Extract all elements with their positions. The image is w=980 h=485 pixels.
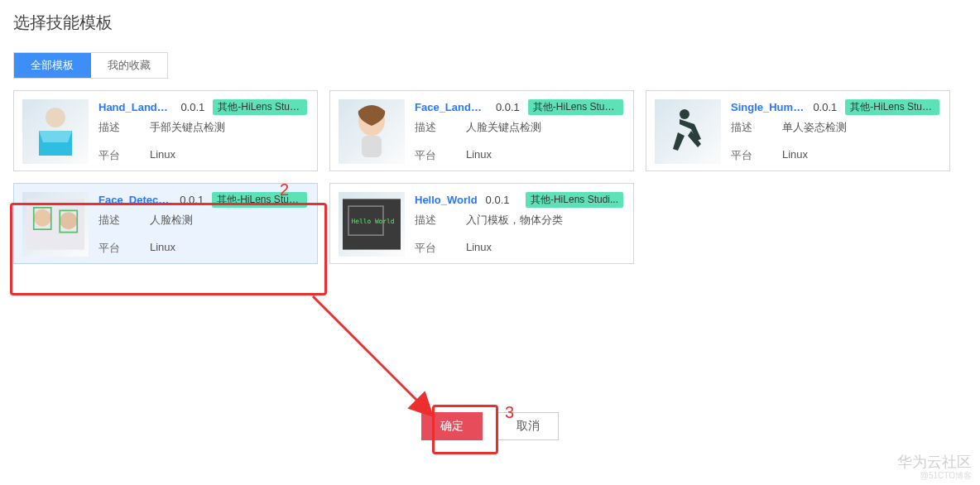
thumbnail [22,192,89,257]
template-name[interactable]: Hand_Landm... [98,101,172,113]
template-card[interactable]: Hand_Landm... 0.0.1 其他-HiLens Studi... 描… [13,90,318,171]
template-name[interactable]: Single_Huma... [731,101,805,113]
platform-label: 平台 [415,241,443,256]
platform-value: Linux [150,241,175,256]
platform-value: Linux [150,148,175,163]
page-title: 选择技能模板 [13,12,967,34]
template-version: 0.0.1 [486,194,510,206]
desc-label: 描述 [98,213,127,228]
template-version: 0.0.1 [496,101,520,113]
watermark: 华为云社区 @51CTO博客 [897,454,972,480]
template-name[interactable]: Face_Landm... [415,101,488,113]
platform-label: 平台 [98,241,127,256]
svg-point-7 [60,212,77,229]
desc-value: 人脸关键点检测 [466,120,541,135]
card-info: Hand_Landm... 0.0.1 其他-HiLens Studi... 描… [98,99,307,163]
svg-point-3 [680,109,689,119]
annotation-arrow-icon [308,291,457,432]
platform-value: Linux [782,148,808,163]
watermark-sub: @51CTO博客 [897,471,972,480]
desc-label: 描述 [98,120,127,135]
template-tag: 其他-HiLens Studi... [526,192,623,208]
tabs: 全部模板 我的收藏 [13,52,168,79]
desc-label: 描述 [731,120,759,135]
thumbnail [339,99,405,164]
svg-text:Hello World: Hello World [352,218,395,225]
platform-label: 平台 [731,148,759,163]
template-tag: 其他-HiLens Studi... [528,99,623,115]
footer-buttons: 确定 取消 [0,412,980,440]
cancel-button[interactable]: 取消 [497,412,559,440]
platform-label: 平台 [415,148,443,163]
template-name[interactable]: Hello_World [415,194,478,206]
thumbnail: Hello World [339,192,405,257]
template-tag: 其他-HiLens Studi... [845,99,939,115]
watermark-main: 华为云社区 [897,454,972,470]
desc-value: 人脸检测 [150,213,193,228]
svg-line-12 [313,296,432,415]
platform-label: 平台 [98,148,127,163]
card-info: Hello_World 0.0.1 其他-HiLens Studi... 描述 … [415,192,623,256]
template-tag: 其他-HiLens Studi... [213,99,307,115]
platform-value: Linux [466,241,492,256]
desc-label: 描述 [415,120,443,135]
desc-value: 入门模板，物体分类 [466,213,563,228]
platform-value: Linux [466,148,492,163]
template-card-selected[interactable]: Face_Detecti... 0.0.1 其他-HiLens Studi...… [13,183,318,264]
svg-rect-0 [46,108,65,127]
template-card[interactable]: Face_Landm... 0.0.1 其他-HiLens Studi... 描… [329,90,634,171]
desc-label: 描述 [415,213,443,228]
card-info: Single_Huma... 0.0.1 其他-HiLens Studi... … [731,99,939,163]
tab-favorites[interactable]: 我的收藏 [91,53,167,78]
tab-all[interactable]: 全部模板 [14,53,91,78]
ok-button[interactable]: 确定 [421,412,483,440]
template-version: 0.0.1 [180,194,204,206]
desc-value: 手部关键点检测 [150,120,225,135]
thumbnail [22,99,89,164]
svg-rect-2 [362,136,382,157]
card-info: Face_Detecti... 0.0.1 其他-HiLens Studi...… [98,192,307,256]
desc-value: 单人姿态检测 [782,120,847,135]
template-tag: 其他-HiLens Studi... [212,192,307,208]
card-info: Face_Landm... 0.0.1 其他-HiLens Studi... 描… [415,99,623,163]
template-version: 0.0.1 [180,101,204,113]
template-card[interactable]: Single_Huma... 0.0.1 其他-HiLens Studi... … [646,90,950,171]
thumbnail [655,99,721,164]
template-name[interactable]: Face_Detecti... [98,194,171,206]
template-version: 0.0.1 [813,101,837,113]
template-card[interactable]: Hello World Hello_World 0.0.1 其他-HiLens … [329,183,634,264]
card-grid: Hand_Landm... 0.0.1 其他-HiLens Studi... 描… [13,90,967,264]
svg-point-5 [34,209,51,227]
